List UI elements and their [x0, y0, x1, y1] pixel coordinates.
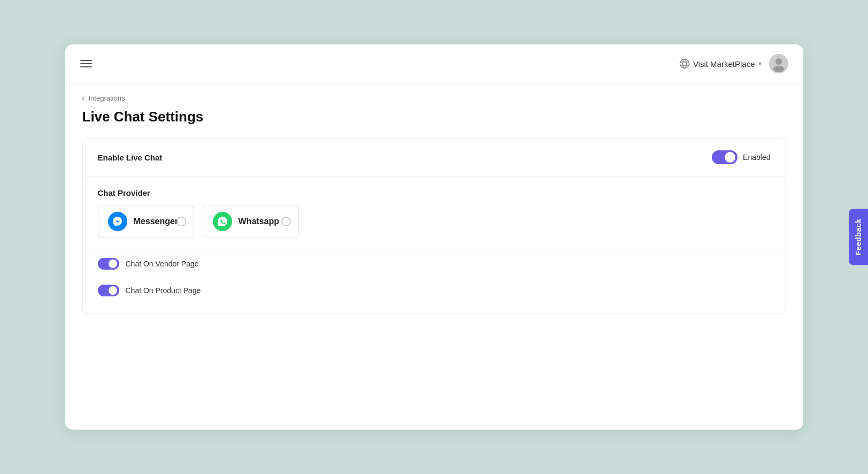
header-right: Visit MarketPlace ▾: [679, 54, 788, 73]
enable-live-chat-toggle[interactable]: [712, 150, 738, 164]
menu-button[interactable]: [80, 60, 92, 67]
whatsapp-radio[interactable]: [281, 217, 291, 226]
page-title: Live Chat Settings: [65, 105, 803, 138]
svg-point-1: [682, 59, 686, 68]
breadcrumb-parent[interactable]: Integrations: [88, 94, 125, 102]
messenger-name: Messenger: [134, 217, 179, 226]
chat-provider-section: Chat Provider Messenger: [83, 177, 786, 250]
product-page-row: Chat On Product Page: [83, 277, 786, 304]
provider-card-whatsapp[interactable]: Whatsapp: [203, 205, 299, 238]
enable-live-chat-label: Enable Live Chat: [98, 153, 163, 162]
globe-icon: [679, 58, 690, 69]
enable-live-chat-toggle-wrapper: Enabled: [712, 150, 770, 164]
enable-live-chat-row: Enable Live Chat Enabled: [83, 139, 786, 177]
messenger-icon: [108, 212, 127, 231]
whatsapp-name: Whatsapp: [239, 217, 279, 226]
bottom-spacer: [83, 304, 786, 314]
breadcrumb-chevron-icon: ‹: [82, 94, 85, 102]
chevron-down-icon: ▾: [758, 60, 762, 67]
product-page-toggle[interactable]: [98, 285, 119, 296]
product-page-label: Chat On Product Page: [126, 286, 201, 295]
provider-options: Messenger Whatsapp: [98, 205, 771, 238]
vendor-page-row: Chat On Vendor Page: [83, 250, 786, 277]
enable-live-chat-status: Enabled: [743, 153, 770, 162]
whatsapp-icon: [213, 212, 232, 231]
messenger-radio[interactable]: [176, 217, 186, 226]
vendor-page-label: Chat On Vendor Page: [126, 259, 199, 268]
avatar[interactable]: [769, 54, 788, 73]
avatar-icon: [769, 54, 788, 73]
marketplace-button[interactable]: Visit MarketPlace ▾: [679, 58, 762, 69]
chat-provider-label: Chat Provider: [98, 188, 771, 197]
header: Visit MarketPlace ▾: [65, 44, 803, 83]
svg-point-0: [680, 59, 689, 68]
vendor-page-toggle[interactable]: [98, 258, 119, 270]
settings-card: Enable Live Chat Enabled Chat Provider: [82, 138, 786, 314]
marketplace-label: Visit MarketPlace: [693, 59, 755, 68]
svg-point-6: [773, 66, 784, 72]
breadcrumb[interactable]: ‹ Integrations: [65, 83, 803, 105]
provider-card-messenger[interactable]: Messenger: [98, 205, 194, 238]
main-window: Visit MarketPlace ▾ ‹ Integrations Live …: [65, 44, 803, 430]
svg-point-5: [775, 58, 782, 65]
feedback-button[interactable]: Feedback: [849, 209, 868, 265]
